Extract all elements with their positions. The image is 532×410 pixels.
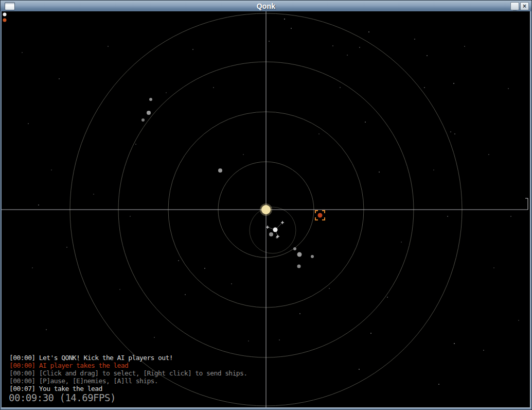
star [28,123,29,124]
star [510,216,511,217]
star [387,297,388,298]
selection-corner [315,217,318,220]
sun[interactable] [261,205,271,214]
star [299,313,300,314]
star [332,45,333,46]
star [483,350,484,351]
star [46,329,47,330]
star [493,267,494,268]
star [284,19,285,20]
planet[interactable] [141,118,145,122]
star [279,339,280,340]
star [269,41,270,42]
star [154,337,155,338]
player-indicator-ai-player [3,19,7,22]
star [130,216,131,217]
message-log: [00:00] Let's QONK! Kick the AI players … [9,354,247,392]
minimize-icon: _ [513,5,517,11]
star [488,154,489,155]
star [248,340,249,341]
close-icon: × [523,3,526,10]
titlebar-buttons: _ × [510,2,529,10]
planet[interactable] [293,247,296,250]
selected-planet[interactable] [318,213,323,218]
player-indicators [3,13,7,22]
planet[interactable] [311,255,314,258]
star [192,49,193,50]
star [454,343,455,344]
star [22,52,23,53]
star [450,131,451,132]
star [508,88,509,89]
star [427,55,428,56]
selection-corner [315,211,318,213]
star [166,92,167,93]
star [329,288,330,289]
planet[interactable] [273,228,278,232]
planet[interactable] [269,232,273,236]
selection-corner [322,217,325,220]
star [231,283,232,284]
star [433,169,434,170]
star [38,204,39,206]
planets[interactable] [141,98,323,268]
selection-corner [322,211,325,213]
titlebar[interactable]: Qonk _ × [1,1,531,11]
star [108,46,109,47]
star [438,384,439,385]
star [464,46,465,47]
star [401,242,402,243]
window-menu-icon[interactable] [5,2,15,10]
star [424,87,425,88]
star [518,320,519,321]
star [365,122,366,123]
message-line: [00:00] [P]ause, [E]nemies, [A]ll ships. [9,377,247,385]
star [453,83,454,84]
planet[interactable] [297,265,301,268]
minimize-button[interactable]: _ [510,2,519,10]
star [454,133,455,134]
star [347,55,348,56]
planet[interactable] [149,98,152,101]
scale-bracket [525,198,528,210]
star [359,47,360,48]
game-clock: 00:09:30 (14.69FPS) [9,392,116,403]
star [370,333,371,334]
star [59,78,60,79]
star [135,144,136,145]
star [178,260,179,261]
close-button[interactable]: × [520,2,529,10]
message-line: [00:00] [Click and drag] to select, [Rig… [9,369,247,377]
star [379,172,380,173]
star [414,39,415,40]
star [213,87,214,88]
moon-orbit-ring [250,207,296,253]
star [204,268,205,269]
planet[interactable] [147,111,151,115]
window-title: Qonk [1,2,531,10]
message-line: [00:07] You take the lead [9,385,247,392]
star [185,294,186,295]
star [291,28,292,29]
star [32,267,33,268]
star [318,133,320,134]
star [359,369,360,370]
star [447,216,448,217]
star [93,194,94,195]
star [66,247,67,248]
planet[interactable] [297,252,302,257]
star [368,31,369,32]
star [340,87,341,88]
message-line: [00:00] Let's QONK! Kick the AI players … [9,354,247,362]
game-area[interactable]: [00:00] Let's QONK! Kick the AI players … [2,11,530,407]
qonk-window: Qonk _ × [00:00] Let's QONK! Kick the AI… [0,0,532,410]
message-line: [00:00] AI player takes the lead [9,362,247,369]
starfield [22,19,519,385]
star [119,289,120,290]
star [51,169,52,170]
ship-icon[interactable] [266,226,269,229]
player-indicator-you [3,13,7,16]
game-viewport[interactable] [2,11,530,407]
planet[interactable] [218,168,222,173]
star [243,154,244,155]
